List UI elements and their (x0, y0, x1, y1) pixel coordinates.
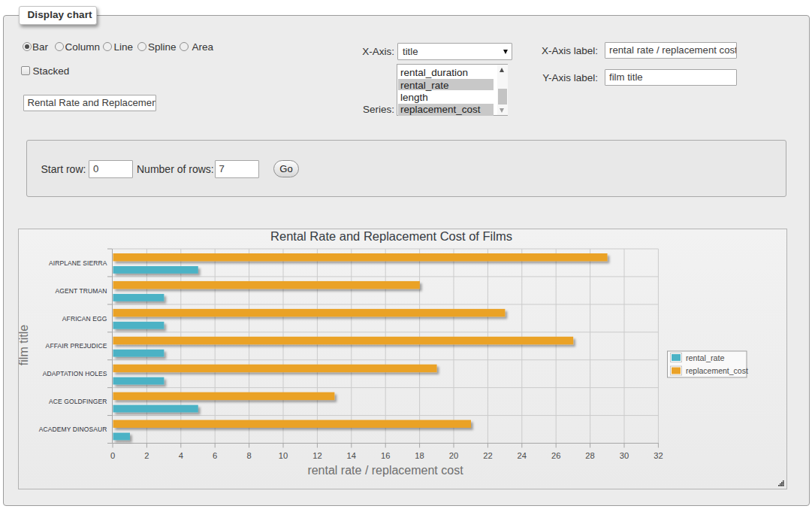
svg-text:rental rate / replacement cost: rental rate / replacement cost (307, 464, 463, 477)
svg-text:film title: film title (19, 325, 30, 365)
svg-text:AIRPLANE SIERRA: AIRPLANE SIERRA (49, 259, 107, 267)
svg-text:28: 28 (585, 451, 594, 460)
svg-text:18: 18 (415, 451, 424, 460)
svg-text:26: 26 (551, 451, 560, 460)
svg-text:4: 4 (179, 451, 183, 460)
svg-text:24: 24 (518, 451, 527, 460)
svg-text:Rental Rate and Replacement Co: Rental Rate and Replacement Cost of Film… (270, 229, 512, 243)
svg-text:ACADEMY DINOSAUR: ACADEMY DINOSAUR (39, 426, 107, 433)
svg-text:30: 30 (620, 451, 629, 460)
svg-text:10: 10 (279, 451, 288, 460)
svg-text:ADAPTATION HOLES: ADAPTATION HOLES (43, 370, 107, 377)
svg-text:14: 14 (347, 451, 356, 460)
svg-text:replacement_cost: replacement_cost (686, 366, 748, 375)
svg-text:rental_rate: rental_rate (686, 353, 725, 362)
svg-text:20: 20 (449, 451, 458, 460)
svg-text:12: 12 (312, 451, 321, 460)
svg-text:6: 6 (213, 451, 217, 460)
svg-text:AGENT TRUMAN: AGENT TRUMAN (56, 287, 107, 295)
svg-text:2: 2 (144, 451, 149, 460)
svg-text:16: 16 (381, 451, 390, 460)
svg-text:0: 0 (110, 451, 115, 460)
svg-text:22: 22 (483, 451, 492, 460)
svg-text:AFFAIR PREJUDICE: AFFAIR PREJUDICE (46, 342, 107, 350)
svg-text:8: 8 (246, 451, 251, 460)
svg-text:32: 32 (654, 451, 663, 460)
svg-text:AFRICAN EGG: AFRICAN EGG (62, 315, 107, 323)
svg-text:ACE GOLDFINGER: ACE GOLDFINGER (49, 398, 107, 405)
